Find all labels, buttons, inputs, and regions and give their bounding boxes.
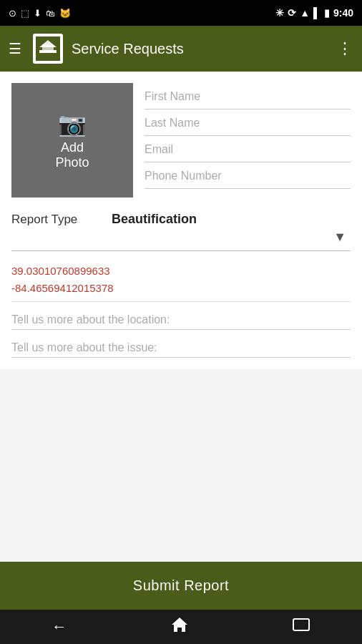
submit-report-button[interactable]: Submit Report (0, 562, 362, 610)
wifi-icon: ▲ (300, 7, 310, 19)
last-name-input[interactable] (145, 109, 351, 136)
alarm-icon: ⊙ (9, 8, 16, 19)
rotate-icon: ⟳ (288, 7, 296, 19)
image-icon: ⬚ (21, 8, 29, 19)
latitude-value: 39.03010760899633 (11, 265, 110, 277)
report-type-value: Beautification (112, 212, 351, 227)
profile-section: 📷 Add Photo (11, 83, 351, 197)
app-bar: ☰ Service Requests ⋮ (0, 26, 362, 72)
battery-icon: ▮ (324, 7, 330, 19)
status-bar: ⊙ ⬚ ⬇ 🛍 🐱 ✳ ⟳ ▲ ▌ ▮ 9:40 (0, 0, 362, 26)
hamburger-menu-icon[interactable]: ☰ (9, 40, 21, 57)
status-icons: ⊙ ⬚ ⬇ 🛍 🐱 (9, 8, 71, 19)
report-type-row: Report Type Beautification (11, 203, 351, 230)
app-logo (33, 34, 63, 64)
signal-icon: ▌ (313, 7, 321, 19)
chevron-down-icon[interactable]: ▼ (333, 230, 346, 245)
home-button[interactable] (170, 615, 189, 638)
add-photo-button[interactable]: 📷 Add Photo (11, 83, 133, 197)
report-type-dropdown-row[interactable]: ▼ (11, 230, 351, 251)
coordinates-display: 39.03010760899633 -84.46569412015378 (11, 263, 351, 297)
svg-marker-4 (172, 618, 187, 632)
add-photo-label: Add Photo (55, 140, 89, 170)
issue-input-row (11, 330, 351, 358)
report-type-section: Report Type Beautification ▼ (11, 203, 351, 251)
contact-fields (145, 83, 351, 197)
phone-number-input[interactable] (145, 162, 351, 189)
bluetooth-icon: ✳ (275, 7, 284, 19)
svg-rect-1 (39, 50, 57, 53)
email-input[interactable] (145, 136, 351, 162)
status-right: ✳ ⟳ ▲ ▌ ▮ 9:40 (275, 7, 353, 19)
nav-bar: ← (0, 610, 362, 644)
app-title: Service Requests (72, 41, 328, 57)
svg-rect-5 (293, 619, 309, 630)
more-options-icon[interactable]: ⋮ (337, 39, 353, 58)
location-input-row (11, 302, 351, 330)
longitude-value: -84.46569412015378 (11, 282, 114, 294)
coordinates-section: 39.03010760899633 -84.46569412015378 (11, 254, 351, 302)
download-icon: ⬇ (34, 8, 41, 19)
back-button[interactable]: ← (52, 618, 67, 636)
time-display: 9:40 (333, 7, 353, 19)
location-input[interactable] (11, 313, 351, 326)
camera-icon: 🐱 (59, 8, 71, 19)
report-type-label: Report Type (11, 213, 112, 227)
recents-button[interactable] (292, 617, 310, 637)
main-content: 📷 Add Photo Report Type Beautification ▼… (0, 72, 362, 369)
issue-input[interactable] (11, 341, 351, 354)
submit-section: Submit Report (0, 562, 362, 610)
bag-icon: 🛍 (46, 8, 55, 19)
first-name-input[interactable] (145, 83, 351, 109)
